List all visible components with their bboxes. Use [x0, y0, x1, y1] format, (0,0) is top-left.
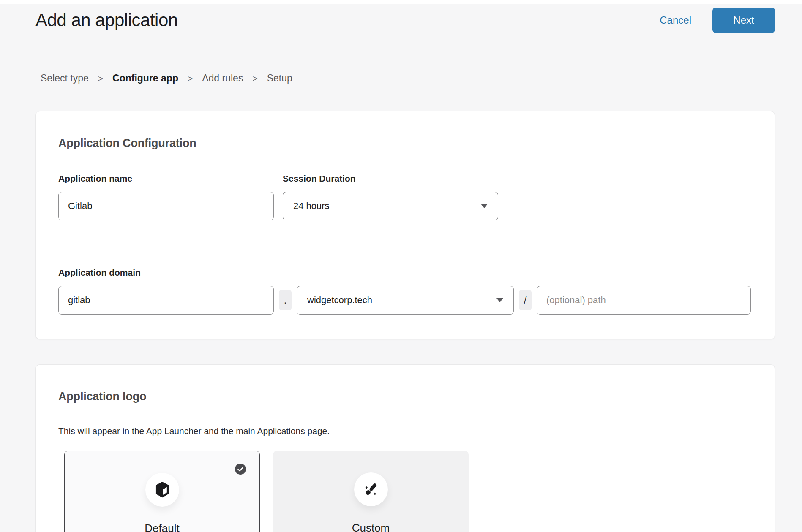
- page-title: Add an application: [35, 10, 178, 30]
- logo-option-label: Custom: [352, 521, 390, 532]
- top-strip: [0, 0, 802, 4]
- logo-heading: Application logo: [58, 390, 751, 403]
- slash-separator: /: [519, 290, 532, 310]
- check-icon: [237, 467, 243, 472]
- name-duration-row: Application name Session Duration 24 hou…: [58, 174, 751, 220]
- step-setup[interactable]: Setup: [267, 73, 292, 84]
- application-name-input[interactable]: [58, 192, 274, 220]
- path-input[interactable]: [537, 286, 751, 315]
- cancel-button[interactable]: Cancel: [660, 14, 691, 26]
- add-application-page: Add an application Cancel Next Select ty…: [0, 8, 802, 532]
- application-logo-card: Application logo This will appear in the…: [35, 364, 775, 532]
- domain-value: widgetcorp.tech: [307, 295, 372, 306]
- cube-icon: [155, 482, 169, 498]
- step-add-rules[interactable]: Add rules: [202, 73, 243, 84]
- logo-options: Default Custom: [64, 451, 751, 532]
- default-icon-circle: [145, 473, 179, 507]
- step-separator: >: [188, 73, 193, 84]
- logo-option-custom[interactable]: Custom: [273, 451, 469, 532]
- next-button[interactable]: Next: [712, 8, 775, 33]
- subdomain-input[interactable]: [58, 286, 274, 315]
- session-duration-value: 24 hours: [293, 201, 330, 212]
- step-select-type[interactable]: Select type: [41, 73, 89, 84]
- chevron-down-icon: [496, 298, 503, 302]
- application-name-label: Application name: [58, 174, 274, 184]
- application-domain-label: Application domain: [58, 268, 751, 278]
- application-name-field: Application name: [58, 174, 274, 220]
- chevron-down-icon: [481, 204, 488, 208]
- domain-select[interactable]: widgetcorp.tech: [297, 286, 514, 315]
- session-duration-field: Session Duration 24 hours: [283, 174, 498, 220]
- logo-description: This will appear in the App Launcher and…: [58, 426, 751, 436]
- step-separator: >: [98, 73, 103, 84]
- logo-option-label: Default: [145, 522, 179, 532]
- step-separator: >: [252, 73, 257, 84]
- header-actions: Cancel Next: [660, 8, 775, 33]
- configuration-heading: Application Configuration: [58, 137, 751, 150]
- custom-icon-circle: [354, 472, 388, 506]
- session-duration-label: Session Duration: [283, 174, 498, 184]
- logo-option-default[interactable]: Default: [64, 451, 260, 532]
- session-duration-select[interactable]: 24 hours: [283, 192, 498, 220]
- paintbrush-icon: [364, 483, 378, 496]
- page-header: Add an application Cancel Next: [35, 8, 775, 33]
- step-configure-app[interactable]: Configure app: [112, 73, 178, 84]
- application-domain-row: . widgetcorp.tech /: [58, 286, 751, 315]
- selected-check-badge: [235, 464, 246, 475]
- wizard-steps: Select type > Configure app > Add rules …: [41, 73, 775, 84]
- application-configuration-card: Application Configuration Application na…: [35, 111, 775, 339]
- dot-separator: .: [279, 290, 292, 310]
